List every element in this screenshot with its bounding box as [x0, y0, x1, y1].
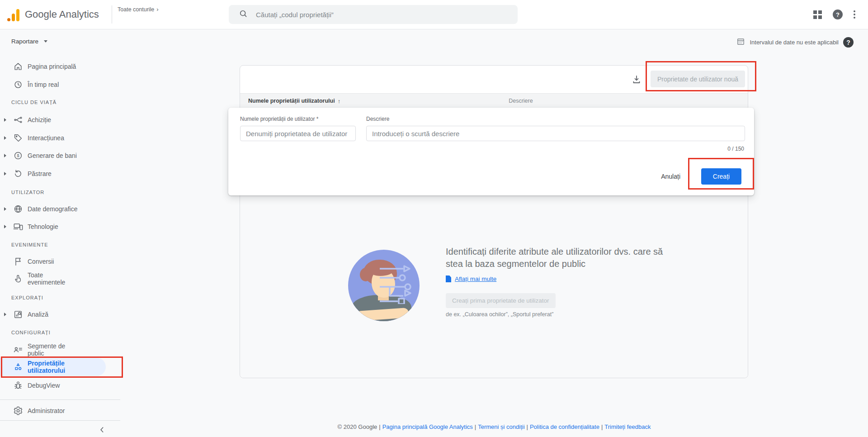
- sidebar-item-admin[interactable]: Administrator: [0, 402, 120, 420]
- sidebar-item-segmente-de-public[interactable]: Segmente de public: [0, 341, 120, 359]
- bug-icon: [13, 380, 24, 391]
- app-header: Google Analytics Toate conturile › ?: [0, 0, 868, 29]
- chevron-right-icon: ›: [156, 6, 158, 13]
- copyright-text: © 2020 Google: [338, 423, 377, 430]
- empty-state-illustration: [348, 250, 420, 321]
- calendar-icon: [736, 37, 745, 48]
- expand-caret-icon[interactable]: [4, 136, 6, 140]
- report-switcher[interactable]: Raportare: [11, 38, 47, 45]
- empty-state-hint: de ex. „Culoarea ochilor”, „Sportul pref…: [446, 311, 553, 318]
- gear-icon: [13, 405, 24, 416]
- logo-dot: [7, 18, 10, 21]
- devices-icon: [13, 221, 24, 232]
- column-header-name-label: Numele proprietății utilizatorului: [248, 98, 335, 104]
- audience-icon: [13, 344, 24, 355]
- sidebar-item-analiza[interactable]: Analiză: [0, 305, 120, 323]
- header-divider: [112, 5, 112, 24]
- description-input[interactable]: [366, 126, 745, 141]
- footer-link-termeni-si-conditii[interactable]: Termeni și condiții: [478, 423, 524, 430]
- create-button[interactable]: Creați: [701, 168, 741, 185]
- apps-grid-icon[interactable]: [813, 10, 822, 19]
- search-input[interactable]: [255, 10, 501, 19]
- footer-separator: |: [527, 423, 528, 430]
- sidebar-item-label: Interacțiunea: [28, 134, 64, 142]
- cancel-button[interactable]: Anulați: [658, 172, 683, 180]
- char-counter: 0 / 150: [727, 146, 744, 152]
- name-field-label: Numele proprietății de utilizator *: [240, 116, 318, 122]
- sidebar-divider: [0, 399, 120, 400]
- expand-caret-icon[interactable]: [4, 225, 6, 228]
- clock-icon: [13, 79, 24, 90]
- sidebar-item-generare-de-bani[interactable]: $Generare de bani: [0, 147, 120, 165]
- expand-caret-icon[interactable]: [4, 118, 6, 122]
- help-filled-icon[interactable]: ?: [843, 37, 854, 48]
- footer-separator: |: [379, 423, 380, 430]
- chevron-left-icon[interactable]: [96, 423, 108, 436]
- description-field-label: Descriere: [366, 116, 389, 122]
- illustration-circuit-lines: [379, 262, 417, 304]
- tag-icon: [13, 133, 24, 143]
- breadcrumb[interactable]: Toate conturile ›: [118, 6, 159, 13]
- sidebar-item-label: În timp real: [28, 81, 59, 88]
- learn-more-link[interactable]: Aflați mai multe: [455, 276, 496, 282]
- sidebar-item-pagina-principala[interactable]: Pagina principală: [0, 57, 120, 76]
- column-header-name[interactable]: Numele proprietății utilizatorului ↑: [248, 98, 340, 104]
- sidebar-item-debugview[interactable]: DebugView: [0, 376, 120, 394]
- logo-bar-tall: [16, 9, 19, 21]
- new-property-button[interactable]: Proprietate de utilizator nouă: [651, 71, 745, 87]
- sidebar-item-proprietatile-utilizatorului[interactable]: Proprietățile utilizatorului: [0, 358, 106, 376]
- expand-caret-icon[interactable]: [4, 313, 6, 316]
- sidebar-section-configurati: CONFIGURAȚI: [11, 330, 51, 335]
- breadcrumb-label: Toate conturile: [118, 6, 154, 13]
- empty-state-title: Identificați diferite atribute ale utili…: [446, 246, 672, 270]
- footer: © 2020 Google|Pagina principală Google A…: [120, 423, 868, 430]
- chevron-down-icon: [44, 40, 47, 43]
- sidebar-item-label: Păstrare: [28, 170, 52, 177]
- logo-bar-medium: [12, 14, 15, 21]
- date-range-control[interactable]: Intervalul de date nu este aplicabil ?: [736, 37, 854, 48]
- sidebar-item-label: Toate evenimentele: [28, 271, 82, 286]
- footer-link-politica-de-confidentialitate[interactable]: Politica de confidențialitate: [530, 423, 599, 430]
- sidebar-item-in-timp-real[interactable]: În timp real: [0, 76, 120, 94]
- sidebar-item-interactiunea[interactable]: Interacțiunea: [0, 129, 120, 147]
- sidebar-item-label: Proprietățile utilizatorului: [28, 360, 82, 374]
- flag-icon: [13, 256, 24, 267]
- footer-link-pagina-principala-google-analytics[interactable]: Pagina principală Google Analytics: [382, 423, 473, 430]
- user-properties-icon: [13, 361, 24, 372]
- sidebar-item-date-demografice[interactable]: Date demografice: [0, 200, 120, 218]
- sidebar-divider: [0, 420, 120, 421]
- sidebar-item-label: Segmente de public: [28, 342, 82, 357]
- column-header-description[interactable]: Descriere: [509, 98, 533, 104]
- chart-search-icon: [13, 309, 24, 320]
- footer-link-trimiteti-feedback[interactable]: Trimiteți feedback: [604, 423, 651, 430]
- brand-title: Google Analytics: [25, 9, 99, 20]
- sidebar-item-label: Achiziție: [28, 116, 51, 124]
- sidebar-item-toate-evenimentele[interactable]: Toate evenimentele: [0, 270, 120, 288]
- search-bar[interactable]: [229, 5, 518, 24]
- touch-icon: [13, 273, 24, 284]
- sidebar-item-label: Administrator: [28, 407, 65, 414]
- download-icon[interactable]: [628, 71, 645, 88]
- analytics-logo-icon[interactable]: [7, 8, 19, 21]
- expand-caret-icon[interactable]: [4, 154, 6, 157]
- sidebar-item-label: Tehnologie: [28, 223, 58, 230]
- more-vert-icon[interactable]: [854, 10, 855, 19]
- sidebar-item-conversii[interactable]: Conversii: [0, 252, 120, 271]
- expand-caret-icon[interactable]: [4, 207, 6, 211]
- search-icon: [239, 9, 248, 20]
- property-name-input[interactable]: [240, 126, 356, 141]
- help-icon[interactable]: ?: [833, 10, 843, 19]
- dollar-icon: $: [13, 150, 24, 161]
- create-property-dialog: Numele proprietății de utilizator * Desc…: [228, 108, 754, 195]
- sidebar: Raportare Pagina principalăÎn timp realC…: [0, 0, 120, 437]
- table-header-row: Numele proprietății utilizatorului ↑ Des…: [240, 93, 748, 109]
- create-first-property-button[interactable]: Creați prima proprietate de utilizator: [446, 293, 556, 308]
- sidebar-item-pastrare[interactable]: Păstrare: [0, 165, 120, 183]
- expand-caret-icon[interactable]: [4, 172, 6, 176]
- sort-ascending-icon: ↑: [338, 98, 341, 104]
- sidebar-section-utilizator: UTILIZATOR: [11, 190, 44, 195]
- sidebar-item-achizitie[interactable]: Achiziție: [0, 111, 120, 129]
- sidebar-section-explorati: EXPLORAȚI: [11, 295, 43, 300]
- sidebar-section-ciclu-de-viata: CICLU DE VIAȚĂ: [11, 100, 57, 105]
- sidebar-item-tehnologie[interactable]: Tehnologie: [0, 218, 120, 236]
